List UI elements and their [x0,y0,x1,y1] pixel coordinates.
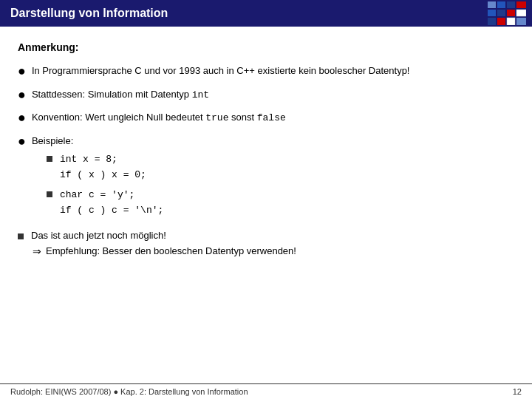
svg-rect-0 [488,1,496,8]
svg-rect-1 [497,1,505,8]
bullet-dot-4: ● [18,134,26,150]
sub-item-1: int x = 8; if ( x ) x = 0; [47,152,163,183]
svg-rect-5 [497,10,505,16]
svg-rect-10 [507,18,515,25]
recommendation-text: Empfehlung: Besser den booleschen Datent… [46,245,296,256]
recommendation-line: ⇒ Empfehlung: Besser den booleschen Date… [33,245,514,257]
section-label: Anmerkung: [18,41,514,53]
code-block-1: int x = 8; if ( x ) x = 0; [60,152,146,183]
beispiele-content: Beispiele: int x = 8; if ( x ) x = 0; ch… [32,134,163,223]
extra-bullet-text: Das ist auch jetzt noch möglich! [31,230,166,241]
svg-rect-2 [507,1,515,8]
footer: Rudolph: EINI(WS 2007/08) ● Kap. 2: Dars… [0,383,532,399]
svg-rect-3 [516,1,526,8]
list-item-2: ● Stattdessen: Simulation mit Datentyp i… [18,87,514,103]
svg-rect-4 [488,10,496,16]
svg-rect-6 [507,10,515,16]
bullet-text-1: In Programmiersprache C und vor 1993 auc… [32,64,410,78]
footer-left: Rudolph: EINI(WS 2007/08) ● Kap. 2: Dars… [10,387,248,396]
bullet-list: ● In Programmiersprache C und vor 1993 a… [18,64,514,222]
sub-item-2: char c = 'y'; if ( c ) c = '\n'; [47,188,163,219]
header: Darstellung von Information [0,0,532,27]
extra-bullet-square [18,233,24,239]
extra-bullet-row: Das ist auch jetzt noch möglich! [18,230,514,241]
sub-bullet-2 [47,191,52,197]
sub-bullet-1 [47,156,52,162]
code-int: int [192,89,209,100]
footer-page: 12 [513,387,522,396]
sub-list: int x = 8; if ( x ) x = 0; char c = 'y';… [47,152,163,218]
bullet-text-3: Konvention: Wert ungleich Null bedeutet … [32,110,286,126]
main-content: Anmerkung: ● In Programmiersprache C und… [0,27,532,265]
arrow-symbol: ⇒ [33,245,41,257]
list-item-4: ● Beispiele: int x = 8; if ( x ) x = 0; [18,134,514,223]
code-true: true [205,112,228,123]
header-title: Darstellung von Information [10,7,168,20]
code-false: false [257,112,286,123]
bullet-dot-2: ● [18,87,26,103]
logo [488,1,526,25]
logo-icon [488,1,526,25]
list-item-3: ● Konvention: Wert ungleich Null bedeute… [18,110,514,126]
svg-rect-11 [516,18,526,25]
svg-rect-8 [488,18,496,25]
bullet-dot-3: ● [18,110,26,126]
code-block-2: char c = 'y'; if ( c ) c = '\n'; [60,188,163,219]
bullet-dot-1: ● [18,64,26,80]
svg-rect-9 [497,18,505,25]
list-item-1: ● In Programmiersprache C und vor 1993 a… [18,64,514,80]
svg-rect-7 [516,10,526,16]
bullet-text-2: Stattdessen: Simulation mit Datentyp int [32,87,209,103]
